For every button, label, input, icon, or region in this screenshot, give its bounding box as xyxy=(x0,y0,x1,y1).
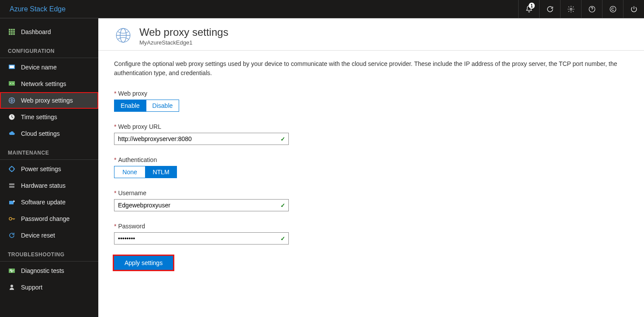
sidebar-item-web-proxy[interactable]: Web proxy settings xyxy=(0,92,98,109)
sidebar-section-maintenance: MAINTENANCE xyxy=(0,142,98,160)
sidebar-item-password-change[interactable]: Password change xyxy=(0,210,98,227)
sidebar-item-software-update[interactable]: Software update xyxy=(0,194,98,210)
password-label: *Password xyxy=(114,223,644,230)
label-text: Password xyxy=(118,223,145,230)
clock-icon xyxy=(8,113,16,121)
sidebar-item-label: Time settings xyxy=(21,114,57,121)
auth-toggle: None NTLM xyxy=(114,166,177,178)
web-proxy-disable-button[interactable]: Disable xyxy=(146,100,180,112)
form-group-password: *Password ✓ xyxy=(114,223,644,245)
sidebar-item-network-settings[interactable]: Network settings xyxy=(0,76,98,92)
check-icon: ✓ xyxy=(280,235,285,242)
topbar: Azure Stack Edge 1 xyxy=(0,0,644,18)
page-title: Web proxy settings xyxy=(139,26,229,38)
svg-rect-21 xyxy=(9,186,14,188)
svg-rect-14 xyxy=(9,81,15,86)
svg-point-16 xyxy=(13,83,14,84)
topbar-actions: 1 xyxy=(518,0,644,18)
auth-none-button[interactable]: None xyxy=(114,166,145,178)
update-icon xyxy=(8,198,16,206)
svg-rect-4 xyxy=(11,29,13,31)
svg-rect-10 xyxy=(11,33,13,35)
sidebar-item-label: Device reset xyxy=(21,232,55,239)
page-subtitle: MyAzureStackEdge1 xyxy=(139,39,229,46)
sidebar-item-label: Power settings xyxy=(21,165,61,172)
svg-point-15 xyxy=(10,83,11,84)
sidebar-item-time-settings[interactable]: Time settings xyxy=(0,109,98,125)
power-icon xyxy=(630,5,638,13)
copyright-icon xyxy=(609,5,617,13)
main-content: Web proxy settings MyAzureStackEdge1 Con… xyxy=(98,18,644,317)
notifications-button[interactable]: 1 xyxy=(518,0,539,18)
svg-point-2 xyxy=(610,6,616,12)
form-group-web-proxy: *Web proxy Enable Disable xyxy=(114,90,644,112)
username-label: *Username xyxy=(114,190,644,196)
web-proxy-enable-button[interactable]: Enable xyxy=(114,100,146,112)
sidebar-item-device-reset[interactable]: Device reset xyxy=(0,227,98,244)
check-icon: ✓ xyxy=(280,202,285,209)
reset-icon xyxy=(8,231,16,239)
settings-button[interactable] xyxy=(560,0,581,18)
help-icon xyxy=(588,5,596,13)
svg-rect-13 xyxy=(10,65,14,68)
refresh-button[interactable] xyxy=(539,0,560,18)
label-text: Web proxy URL xyxy=(118,123,161,130)
network-icon xyxy=(8,80,16,88)
sidebar-section-configuration: CONFIGURATION xyxy=(0,40,98,58)
web-proxy-label: *Web proxy xyxy=(114,90,644,97)
power-button[interactable] xyxy=(623,0,644,18)
password-input[interactable] xyxy=(114,232,289,245)
page-divider xyxy=(98,50,644,51)
pulse-icon xyxy=(8,267,16,275)
username-input[interactable] xyxy=(114,199,289,211)
svg-rect-7 xyxy=(11,31,13,33)
label-text: Authentication xyxy=(118,156,157,163)
monitor-icon xyxy=(8,63,16,71)
page-header: Web proxy settings MyAzureStackEdge1 xyxy=(114,26,644,46)
sidebar-item-label: Diagnostic tests xyxy=(21,267,64,274)
person-icon xyxy=(8,283,16,291)
notifications-badge: 1 xyxy=(529,3,535,9)
sidebar-item-support[interactable]: Support xyxy=(0,279,98,296)
brand-title: Azure Stack Edge xyxy=(0,5,66,13)
refresh-icon xyxy=(546,5,554,13)
sidebar-item-device-name[interactable]: Device name xyxy=(0,59,98,76)
globe-icon xyxy=(8,96,16,104)
svg-rect-3 xyxy=(9,29,10,31)
apply-settings-button[interactable]: Apply settings xyxy=(114,256,173,270)
svg-rect-11 xyxy=(13,33,15,35)
auth-ntlm-button[interactable]: NTLM xyxy=(145,166,177,178)
svg-rect-20 xyxy=(9,183,14,185)
server-icon xyxy=(8,182,16,190)
svg-point-25 xyxy=(10,285,13,287)
svg-point-19 xyxy=(10,167,14,171)
sidebar-item-label: Device name xyxy=(21,64,57,71)
help-button[interactable] xyxy=(581,0,602,18)
cloud-icon xyxy=(8,130,16,138)
svg-rect-8 xyxy=(13,31,15,33)
globe-large-icon xyxy=(114,26,132,46)
sidebar-item-label: Network settings xyxy=(21,80,66,87)
form-group-auth: *Authentication None NTLM xyxy=(114,156,644,178)
url-label: *Web proxy URL xyxy=(114,123,644,130)
web-proxy-url-input[interactable] xyxy=(114,133,289,145)
form-group-url: *Web proxy URL ✓ xyxy=(114,123,644,145)
svg-rect-5 xyxy=(13,29,15,31)
svg-point-23 xyxy=(9,217,12,220)
sidebar-item-power-settings[interactable]: Power settings xyxy=(0,161,98,177)
sidebar-item-cloud-settings[interactable]: Cloud settings xyxy=(0,125,98,142)
sidebar-item-label: Cloud settings xyxy=(21,130,60,137)
sidebar-item-hardware-status[interactable]: Hardware status xyxy=(0,177,98,194)
grid-icon xyxy=(8,28,16,36)
sidebar-item-label: Support xyxy=(21,284,42,291)
sidebar-item-label: Password change xyxy=(21,215,69,222)
svg-rect-9 xyxy=(9,33,10,35)
check-icon: ✓ xyxy=(280,136,285,142)
copyright-button[interactable] xyxy=(602,0,623,18)
label-text: Username xyxy=(118,190,146,196)
sidebar-item-dashboard[interactable]: Dashboard xyxy=(0,24,98,40)
sidebar-item-diagnostic-tests[interactable]: Diagnostic tests xyxy=(0,262,98,279)
sidebar-item-label: Dashboard xyxy=(21,28,51,35)
sidebar-item-label: Software update xyxy=(21,199,66,206)
svg-rect-22 xyxy=(9,201,14,204)
